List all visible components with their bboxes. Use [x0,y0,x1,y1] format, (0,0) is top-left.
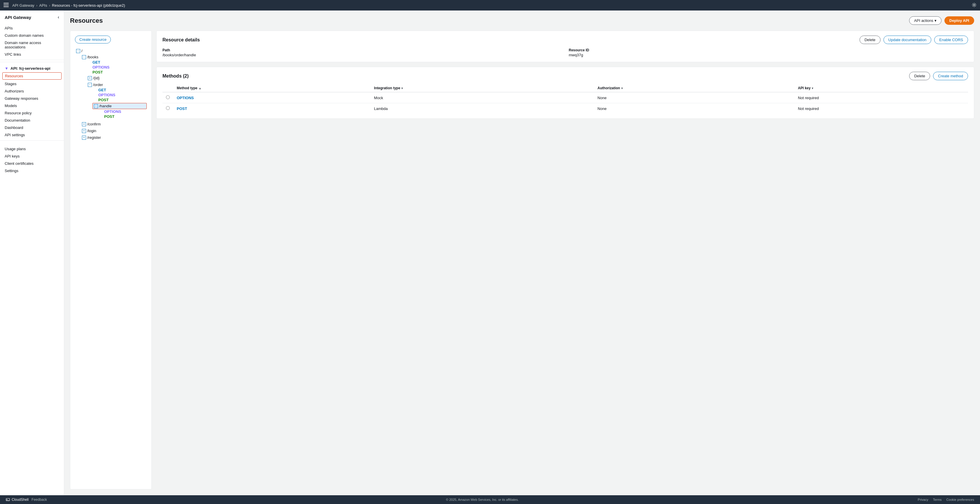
row-1-authorization: None [594,92,794,103]
deploy-api-button[interactable]: Deploy API [944,16,974,25]
tree-expand-handle-icon: − [94,104,98,108]
footer-terms-link[interactable]: Terms [933,498,942,501]
tree-method-handle-post[interactable]: POST [102,114,147,119]
sidebar-api-label: ▼ API: fcj-serverless-api [0,64,64,72]
breadcrumb-apis[interactable]: APIs [39,3,47,8]
path-label: Path [162,48,562,52]
sidebar-collapse-button[interactable]: ‹ [58,14,59,20]
tree-item-books[interactable]: − /books [81,54,147,60]
tree-item-handle[interactable]: − /handle [92,103,147,109]
sidebar-item-custom-domain-names[interactable]: Custom domain names [0,32,64,39]
col-api-key[interactable]: API key ▾ [794,84,968,92]
tree-item-root[interactable]: − / [75,48,147,54]
tree-node-books: − /books GET OPTIONS POST [81,54,147,121]
tree-item-id[interactable]: + /{id} [87,75,147,81]
sidebar-item-authorizers[interactable]: Authorizers [0,87,64,95]
api-actions-button[interactable]: API actions ▾ [909,16,942,25]
sidebar-divider-2 [0,140,64,141]
sidebar-item-domain-name-access-associations[interactable]: Domain name access associations [0,39,64,51]
resource-details-actions: Delete Update documentation Enable CORS [859,36,968,44]
tree-method-books-get[interactable]: GET [90,60,147,65]
resource-details-header: Resource details Delete Update documenta… [162,36,968,44]
sidebar-top-section: APIs Custom domain names Domain name acc… [0,23,64,60]
tree-item-confirm[interactable]: + /confirm [81,121,147,127]
menu-hamburger-icon[interactable] [3,3,9,8]
two-column-layout: Create resource − / − [70,31,974,490]
sidebar-item-stages[interactable]: Stages [0,80,64,87]
sidebar-item-documentation[interactable]: Documentation [0,117,64,124]
path-value: /books/order/handle [162,53,562,57]
settings-icon[interactable] [972,3,977,8]
sidebar-item-apis[interactable]: APIs [0,24,64,32]
sidebar-item-models[interactable]: Models [0,102,64,110]
breadcrumb-current: Resources - fcj-serverless-api (pb8clzqu… [52,3,125,8]
resource-tree: − / − /books GET [75,48,147,142]
col-authorization[interactable]: Authorization ▾ [594,84,794,92]
svg-rect-0 [3,3,9,3]
resource-id-label: Resource ID [569,48,968,52]
footer-cookie-preferences-link[interactable]: Cookie preferences [947,498,974,501]
row-2-method-type: POST [173,103,371,114]
delete-resource-button[interactable]: Delete [859,36,881,44]
sidebar-item-usage-plans[interactable]: Usage plans [0,145,64,153]
col-radio [162,84,173,92]
footer-privacy-link[interactable]: Privacy [918,498,928,501]
row-1-method-link[interactable]: OPTIONS [177,96,194,100]
update-documentation-button[interactable]: Update documentation [883,36,932,44]
sidebar-item-gateway-responses[interactable]: Gateway responses [0,95,64,102]
row-1-radio[interactable] [166,95,170,99]
methods-header: Methods (2) Delete Create method [162,72,968,80]
create-method-button[interactable]: Create method [933,72,968,80]
tree-children-root: − /books GET OPTIONS POST [81,54,147,141]
sidebar-item-client-certificates[interactable]: Client certificates [0,160,64,167]
row-2-radio[interactable] [166,106,170,110]
sidebar-api-section: ▼ API: fcj-serverless-api Resources Stag… [0,64,64,138]
sidebar-item-dashboard[interactable]: Dashboard [0,124,64,131]
resources-panel: Create resource − / − [70,31,152,490]
cloudshell-icon [6,498,10,502]
breadcrumb-api-gateway[interactable]: API Gateway [12,3,34,8]
chevron-down-icon: ▾ [934,18,937,23]
sidebar-item-api-keys[interactable]: API keys [0,153,64,160]
sidebar-item-api-settings[interactable]: API settings [0,131,64,138]
sidebar-title: API Gateway [5,15,31,20]
delete-method-button[interactable]: Delete [909,72,930,80]
methods-title: Methods (2) [162,73,189,79]
tree-node-order: − /order GET OPTIONS POST [87,81,147,120]
tree-path-root: / [81,49,83,53]
create-resource-button[interactable]: Create resource [75,36,111,43]
col-method-type[interactable]: Method type ▲ [173,84,371,92]
col-integration-type[interactable]: Integration type ▾ [371,84,594,92]
sidebar-header: API Gateway ‹ [0,11,64,23]
sort-method-type-icon: ▲ [199,87,202,90]
tree-method-order-options[interactable]: OPTIONS [96,92,147,97]
enable-cors-button[interactable]: Enable CORS [934,36,968,44]
tree-path-handle: /handle [99,104,112,108]
tree-item-login[interactable]: + /login [81,128,147,134]
tree-path-login: /login [87,129,96,133]
tree-path-order: /order [93,83,103,87]
page-header: Resources API actions ▾ Deploy API [70,16,974,25]
svg-point-3 [974,4,975,6]
tree-item-order[interactable]: − /order [87,82,147,87]
footer: CloudShell Feedback © 2025, Amazon Web S… [0,495,980,504]
cloudshell-button[interactable]: CloudShell [6,498,29,502]
tree-expand-register-icon: + [82,136,86,140]
tree-method-books-post[interactable]: POST [90,70,147,75]
tree-methods-handle: OPTIONS POST [102,109,147,119]
sidebar-item-settings[interactable]: Settings [0,167,64,175]
resource-details-title: Resource details [162,37,200,43]
tree-item-register[interactable]: + /register [81,135,147,140]
sidebar-item-vpc-links[interactable]: VPC links [0,51,64,58]
tree-method-handle-options[interactable]: OPTIONS [102,109,147,114]
tree-method-order-get[interactable]: GET [96,87,147,92]
sidebar-item-resources[interactable]: Resources [2,72,62,79]
tree-method-order-post[interactable]: POST [96,97,147,102]
row-2-method-link[interactable]: POST [177,107,187,111]
row-1-integration-type: Mock [371,92,594,103]
table-row: POST Lambda None Not required [162,103,968,114]
tree-method-books-options[interactable]: OPTIONS [90,65,147,70]
methods-table-header-row: Method type ▲ Integration type ▾ [162,84,968,92]
sidebar-item-resource-policy[interactable]: Resource policy [0,110,64,117]
feedback-button[interactable]: Feedback [32,498,47,502]
